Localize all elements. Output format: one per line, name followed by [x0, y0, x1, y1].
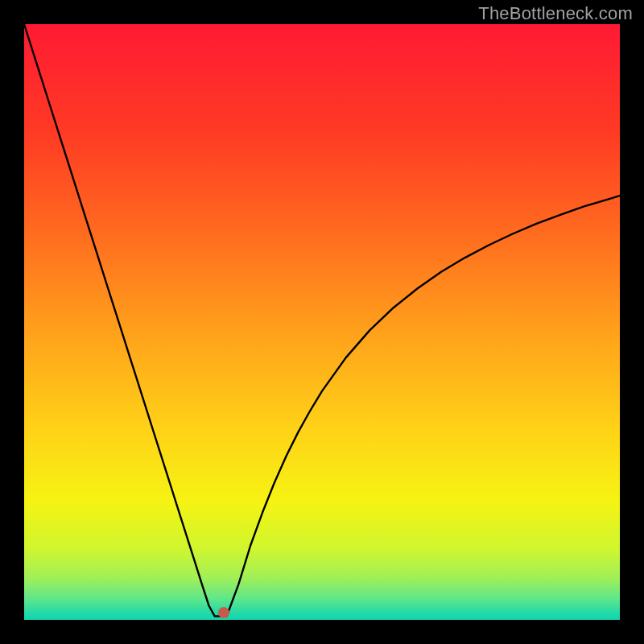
watermark-text: TheBottleneck.com	[478, 3, 633, 24]
chart-container: TheBottleneck.com	[0, 0, 644, 644]
plot-area	[24, 24, 620, 620]
chart-marker-dot	[218, 607, 229, 618]
chart-background	[24, 24, 620, 620]
chart-svg	[24, 24, 620, 620]
